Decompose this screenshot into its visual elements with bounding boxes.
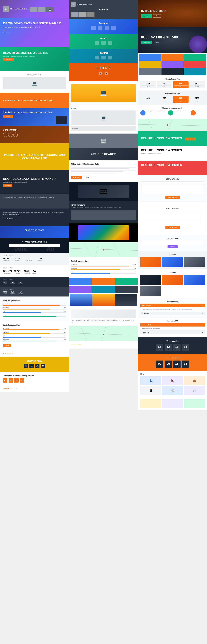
beautiful-mobile-white: BEAUTIFUL MOBILE WEBSITES Mobirise theme… bbox=[138, 146, 207, 160]
mountain-3 bbox=[115, 294, 137, 306]
pricing-title-1: Choose Pricing Plan bbox=[140, 78, 205, 80]
team-member-1-1 bbox=[162, 257, 183, 267]
pricing-card-1-0: $29 STARTER bbox=[140, 81, 156, 88]
features-icons-row bbox=[71, 26, 136, 30]
stat-label-3: AWARDS bbox=[38, 260, 43, 261]
contact-form-2-btn[interactable]: Send Message bbox=[166, 226, 180, 229]
beautiful-mobile-red-heading: BEAUTIFUL MOBILE WEBSITES bbox=[141, 164, 204, 167]
free-personal-2-btn[interactable]: Download bbox=[3, 115, 13, 118]
form-field-name-2[interactable] bbox=[144, 211, 201, 214]
image-slider-title: IMAGE SLIDER bbox=[141, 9, 166, 12]
pricing-card-2-0: $29 STARTER bbox=[140, 96, 156, 103]
features-teal: Features bbox=[69, 49, 138, 64]
map-placeholder bbox=[69, 242, 138, 257]
form-field-email-2[interactable] bbox=[144, 215, 201, 218]
form-textarea[interactable] bbox=[141, 189, 204, 195]
team-member-2-0 bbox=[140, 275, 161, 285]
shop-section: Shop 👗 👠 👜 📱 ⌚ 💍 bbox=[138, 371, 207, 397]
fullscreen-slider-btn1[interactable]: Learn More bbox=[141, 41, 152, 44]
accordion-header-1-0[interactable]: Accordion FAQ ▲ bbox=[140, 304, 205, 307]
thumb-2 bbox=[38, 7, 45, 12]
accordion-header-2-0[interactable]: Accordion FAQ ▲ bbox=[140, 323, 205, 326]
timer-boxes-row-dark: 65 HRS 12 MINS 15 SECS 14 MS bbox=[141, 344, 204, 351]
drop-dead-dark-btn[interactable]: Download bbox=[3, 184, 12, 187]
timer-s-label: SEC bbox=[36, 366, 38, 367]
pricing-card-2-3: $190 PREMIUM bbox=[189, 96, 205, 103]
progress-label-2-2: PHP60% bbox=[3, 335, 66, 336]
progress-bars-2-btn[interactable]: View All bbox=[3, 344, 11, 347]
accordion-header-2-1[interactable]: Toggle FAQ ▼ bbox=[140, 331, 205, 334]
subscribe-btn[interactable]: Subscribe bbox=[168, 245, 178, 248]
contact-form-yellow-heading: CONTACT FORM bbox=[3, 360, 66, 362]
beautiful-mobile-btn[interactable]: Learn More bbox=[3, 58, 14, 61]
shop-item-5: 💍 bbox=[184, 386, 205, 395]
progress-bg-2-0 bbox=[3, 330, 66, 330]
column-2: M Mobirise Website Builder Features Feat… bbox=[69, 0, 138, 410]
stats-3-row: 2726 USERS 341 PROJECTS 57 AWARDS bbox=[3, 281, 66, 284]
features-green-title: Features bbox=[71, 37, 136, 40]
accordion-header-label-2-1: Toggle FAQ bbox=[142, 332, 149, 334]
share-heading: SHARE THIS PAGE! bbox=[3, 229, 66, 231]
mobirise-hero: M Mobirise Website Builder 💻 bbox=[0, 0, 69, 18]
feat-icon-10 bbox=[108, 56, 112, 60]
stars-row: ★ ★ ★ ★ ★ bbox=[3, 352, 66, 354]
pricing-card-1-1: $49 BASIC bbox=[156, 81, 172, 88]
pricing-card-1-3: $190 PREMIUM bbox=[189, 81, 205, 88]
mobirise-logo-2: M bbox=[71, 2, 76, 7]
animated-text-bg: ANIMATED TEXT BACKGROUND ound An bbox=[0, 238, 69, 253]
pricing-price-1-1: $49 bbox=[158, 82, 171, 85]
gallery-section bbox=[69, 278, 138, 293]
stat-2-item-1: 3726 USERS bbox=[14, 269, 22, 274]
page-wrapper: M Mobirise Website Builder 💻 DROP-DEAD E… bbox=[0, 0, 207, 410]
contact-form-2: CONTACT FORM Send Message bbox=[138, 202, 207, 235]
dot-3 bbox=[6, 32, 7, 34]
image-slider-btn1[interactable]: Learn More bbox=[141, 14, 152, 18]
contact-form-1-btn[interactable]: Send Message bbox=[166, 196, 180, 199]
shop-title: Shop bbox=[140, 373, 205, 375]
fullscreen-slider-btn2[interactable]: About bbox=[153, 41, 161, 44]
features-icon-settings: ⚙ bbox=[105, 72, 108, 75]
form-field-name[interactable] bbox=[141, 182, 204, 184]
star-2: ★ bbox=[5, 352, 7, 354]
timer-dark-label-3: MS bbox=[185, 348, 186, 350]
progress-item-1-1: JavaScript75% bbox=[3, 307, 66, 310]
title-btn-1[interactable]: Read More bbox=[71, 176, 82, 179]
timer-s-num: 15 bbox=[36, 364, 38, 366]
features-header: M Mobirise Website Builder Features bbox=[69, 0, 138, 19]
beautiful-mobile-subtext: Mobirise is free for both personal and c… bbox=[3, 56, 66, 57]
stat-2-item-3: 57 AWARDS bbox=[32, 269, 38, 274]
stat-2-num-2: 341 bbox=[24, 269, 30, 273]
progress-bars-2-title: Basic Progress Bars bbox=[3, 324, 66, 326]
progress-fill-2-0 bbox=[3, 330, 60, 330]
subscribe-input[interactable] bbox=[141, 241, 204, 244]
team-member-1-2 bbox=[184, 257, 205, 267]
accordion-item-1-1: Toggle FAQ ▼ bbox=[140, 312, 205, 315]
progress-col2-bg-2 bbox=[71, 273, 136, 274]
pricing-price-2-2: $65 bbox=[174, 97, 188, 99]
title-btn-2[interactable]: Details bbox=[83, 176, 91, 179]
timer-ms-num: 16 bbox=[42, 364, 44, 366]
testimonial-row-1: Amazing website builder, very easy to us… bbox=[140, 110, 205, 116]
map-col2-bottom bbox=[69, 326, 138, 341]
title-solid-bg: Title with Solid Background Color Read M… bbox=[69, 160, 138, 182]
form-textarea-2[interactable] bbox=[144, 219, 201, 225]
intro-info-body: Publish your website to local drive, FTP… bbox=[71, 207, 136, 209]
progress-label-1-0: HTML/CSS90% bbox=[3, 303, 66, 304]
progress-bg-1-1 bbox=[3, 308, 66, 310]
beautiful-mobile-green-btn[interactable]: Learn More bbox=[185, 138, 196, 140]
timer-orange: Time remaining 00 HRS 05 MINS 15 SECS 15… bbox=[138, 354, 207, 371]
star-c2-1: ★ bbox=[71, 344, 73, 346]
progress-bg-1-2 bbox=[3, 312, 66, 313]
free-personal-1: Mobirise is free for both personal and c… bbox=[0, 93, 69, 108]
timer-orange-box-1: 05 MINS bbox=[164, 360, 172, 368]
form-field-email[interactable] bbox=[141, 185, 204, 188]
download-btn[interactable]: Free Download bbox=[3, 217, 16, 220]
timer-orange-label-3: MS bbox=[185, 366, 186, 366]
pricing-line-2-0 bbox=[141, 100, 155, 100]
mobirise-dark-text: Mobirise themes are based Bootstrap 3 an… bbox=[0, 194, 69, 208]
pricing-grid-1: $29 STARTER $49 BASIC $65 PRO $190 bbox=[140, 81, 205, 88]
fullscreen-slider: FULL SCREEN SLIDER Learn More About bbox=[138, 26, 207, 53]
accordion-header-1-1[interactable]: Toggle FAQ ▼ bbox=[140, 312, 205, 315]
timer-orange-num-2: 15 bbox=[175, 362, 178, 366]
image-slider-btn2[interactable]: About bbox=[153, 14, 161, 18]
